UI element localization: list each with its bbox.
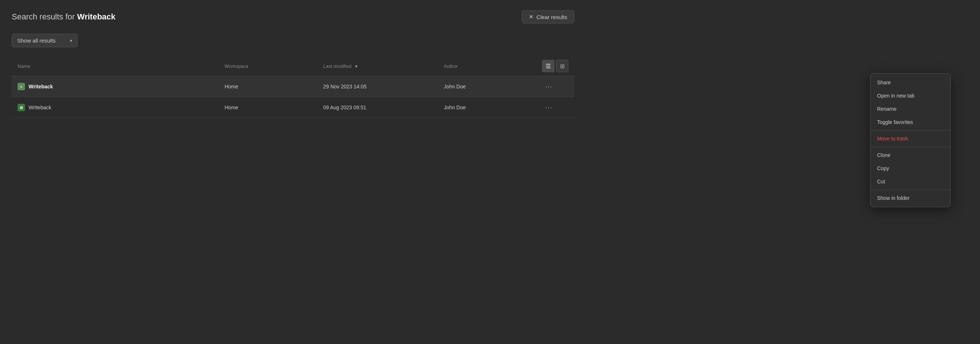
actions-cell: ⋯	[536, 76, 574, 97]
col-header-last-modified[interactable]: Last modified ▼	[317, 56, 438, 76]
col-header-name: Name	[12, 56, 219, 76]
workspace-cell: Home	[219, 97, 317, 118]
sort-icon: ▼	[354, 64, 358, 69]
grid-view-button[interactable]: ⊞	[556, 60, 568, 72]
context-menu-item-open-new-tab[interactable]: Open in new tab	[870, 89, 950, 102]
table-header: Name Workspace Last modified ▼ Author	[12, 56, 574, 76]
context-menu-item-move-to-trash[interactable]: Move to trash	[870, 132, 950, 145]
col-header-actions: ☰ ⊞	[536, 56, 574, 76]
results-table: Name Workspace Last modified ▼ Author	[12, 56, 574, 118]
clear-results-button[interactable]: ✕ Clear results	[522, 10, 574, 24]
context-menu-item-rename[interactable]: Rename	[870, 102, 950, 115]
context-menu-divider	[870, 130, 950, 131]
context-menu-divider	[870, 147, 950, 147]
context-menu-divider	[870, 190, 950, 190]
context-menu-item-toggle-favorites[interactable]: Toggle favorites	[870, 115, 950, 129]
last-modified-cell: 09 Aug 2023 09:51	[317, 97, 438, 118]
search-header: Search results for Writeback ✕ Clear res…	[12, 10, 574, 24]
table-row[interactable]: ≡WritebackHome29 Nov 2023 14:05John Doe⋯	[12, 76, 574, 97]
workspace-cell: Home	[219, 76, 317, 97]
grid-icon: ⊞	[560, 63, 565, 70]
row-menu-button[interactable]: ⋯	[542, 102, 555, 113]
doc-icon: ≡	[18, 83, 25, 90]
view-toggle: ☰ ⊞	[542, 60, 568, 72]
search-term: Writeback	[77, 12, 116, 21]
list-view-button[interactable]: ☰	[542, 60, 554, 72]
show-all-results-dropdown[interactable]: Show all results ▾	[12, 34, 78, 47]
file-name: Writeback	[29, 83, 53, 90]
list-icon: ☰	[546, 63, 551, 70]
author-cell: John Doe	[438, 76, 536, 97]
col-header-author: Author	[438, 56, 536, 76]
clear-icon: ✕	[529, 14, 534, 20]
search-prefix: Search results for	[12, 12, 75, 21]
file-name-cell: ⊞Writeback	[12, 97, 219, 118]
context-menu-item-clone[interactable]: Clone	[870, 149, 950, 162]
file-name: Writeback	[29, 104, 51, 110]
row-menu-button[interactable]: ⋯	[542, 82, 555, 92]
filter-row: Show all results ▾	[12, 34, 574, 47]
col-header-workspace: Workspace	[219, 56, 317, 76]
last-modified-cell: 29 Nov 2023 14:05	[317, 76, 438, 97]
clear-results-label: Clear results	[536, 14, 567, 20]
context-menu-item-show-in-folder[interactable]: Show in folder	[870, 192, 950, 205]
file-name-cell: ≡Writeback	[12, 76, 219, 97]
table-row[interactable]: ⊞WritebackHome09 Aug 2023 09:51John Doe⋯	[12, 97, 574, 118]
actions-cell: ⋯	[536, 97, 574, 118]
author-cell: John Doe	[438, 97, 536, 118]
filter-label: Show all results	[17, 37, 56, 44]
sheet-icon: ⊞	[18, 104, 25, 111]
context-menu: ShareOpen in new tabRenameToggle favorit…	[870, 74, 951, 207]
context-menu-item-copy[interactable]: Copy	[870, 162, 950, 175]
context-menu-item-share[interactable]: Share	[870, 76, 950, 89]
search-title: Search results for Writeback	[12, 12, 115, 22]
chevron-down-icon: ▾	[70, 38, 72, 43]
context-menu-item-cut[interactable]: Cut	[870, 175, 950, 188]
